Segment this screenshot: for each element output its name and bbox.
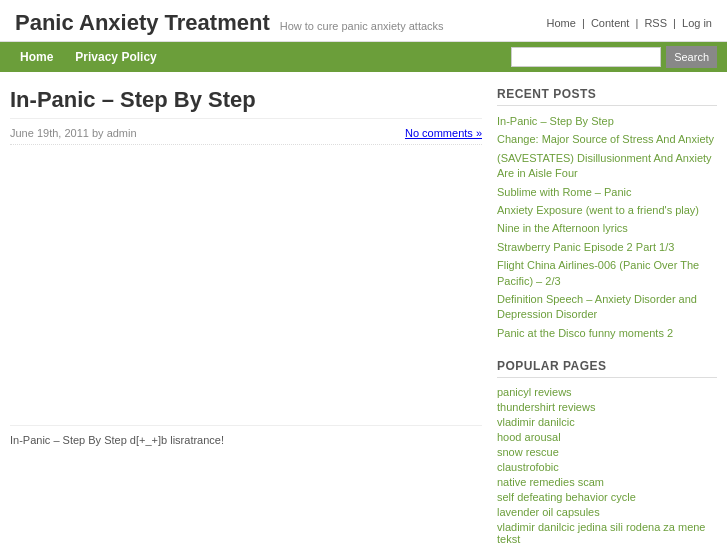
header-nav-content[interactable]: Content	[591, 17, 630, 29]
header-nav-home[interactable]: Home	[547, 17, 576, 29]
recent-post-link[interactable]: (SAVESTATES) Disillusionment And Anxiety…	[497, 151, 717, 182]
header-nav: Home | Content | RSS | Log in	[547, 17, 712, 29]
header-nav-rss[interactable]: RSS	[644, 17, 667, 29]
recent-post-link[interactable]: Strawberry Panic Episode 2 Part 1/3	[497, 240, 717, 255]
popular-page-link[interactable]: panicyl reviews	[497, 386, 717, 398]
recent-post-link[interactable]: Change: Major Source of Stress And Anxie…	[497, 132, 717, 147]
recent-posts-list: In-Panic – Step By StepChange: Major Sou…	[497, 114, 717, 341]
search-form: Search	[511, 46, 717, 68]
recent-posts-section: RECENT POSTS In-Panic – Step By StepChan…	[497, 87, 717, 341]
popular-page-link[interactable]: thundershirt reviews	[497, 401, 717, 413]
popular-pages-section: POPULAR PAGES panicyl reviewsthundershir…	[497, 359, 717, 545]
recent-post-link[interactable]: Sublime with Rome – Panic	[497, 185, 717, 200]
popular-pages-title: POPULAR PAGES	[497, 359, 717, 378]
navbar: Home Privacy Policy Search	[0, 42, 727, 72]
popular-page-link[interactable]: native remedies scam	[497, 476, 717, 488]
site-tagline: How to cure panic anxiety attacks	[280, 20, 444, 32]
post-footer: In-Panic – Step By Step d[+_+]b lisratra…	[10, 425, 482, 446]
recent-post-link[interactable]: In-Panic – Step By Step	[497, 114, 717, 129]
nav-privacy[interactable]: Privacy Policy	[65, 45, 166, 69]
search-button[interactable]: Search	[666, 46, 717, 68]
popular-page-link[interactable]: claustrofobic	[497, 461, 717, 473]
popular-page-link[interactable]: vladimir danilcic jedina sili rodena za …	[497, 521, 717, 545]
no-comments-link[interactable]: No comments »	[405, 127, 482, 139]
popular-pages-list: panicyl reviewsthundershirt reviewsvladi…	[497, 386, 717, 545]
popular-page-link[interactable]: lavender oil capsules	[497, 506, 717, 518]
popular-page-link[interactable]: self defeating behavior cycle	[497, 491, 717, 503]
post-title: In-Panic – Step By Step	[10, 87, 482, 119]
content-area: In-Panic – Step By Step June 19th, 2011 …	[10, 87, 482, 545]
popular-page-link[interactable]: hood arousal	[497, 431, 717, 443]
recent-posts-title: RECENT POSTS	[497, 87, 717, 106]
post-body	[10, 160, 482, 410]
sidebar: RECENT POSTS In-Panic – Step By StepChan…	[497, 87, 717, 545]
post-meta: June 19th, 2011 by admin No comments »	[10, 127, 482, 145]
main-layout: In-Panic – Step By Step June 19th, 2011 …	[0, 72, 727, 545]
popular-page-link[interactable]: vladimir danilcic	[497, 416, 717, 428]
recent-post-link[interactable]: Definition Speech – Anxiety Disorder and…	[497, 292, 717, 323]
header-nav-login[interactable]: Log in	[682, 17, 712, 29]
popular-page-link[interactable]: snow rescue	[497, 446, 717, 458]
nav-home[interactable]: Home	[10, 45, 63, 69]
recent-post-link[interactable]: Panic at the Disco funny moments 2	[497, 326, 717, 341]
search-input[interactable]	[511, 47, 661, 67]
recent-post-link[interactable]: Flight China Airlines-006 (Panic Over Th…	[497, 258, 717, 289]
recent-post-link[interactable]: Nine in the Afternoon lyrics	[497, 221, 717, 236]
navbar-links: Home Privacy Policy	[10, 45, 167, 69]
recent-post-link[interactable]: Anxiety Exposure (went to a friend's pla…	[497, 203, 717, 218]
site-title: Panic Anxiety Treatment	[15, 10, 270, 36]
post-date: June 19th, 2011 by admin	[10, 127, 137, 139]
